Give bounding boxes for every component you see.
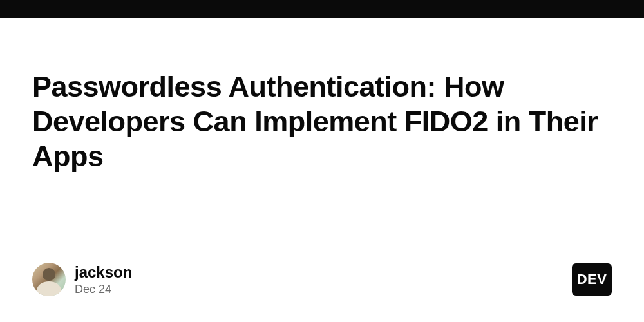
dev-logo-text: DEV	[577, 271, 607, 288]
author-name: jackson	[75, 263, 132, 281]
footer: jackson Dec 24 DEV	[32, 263, 612, 296]
avatar	[32, 263, 66, 296]
author-block[interactable]: jackson Dec 24	[32, 263, 132, 296]
post-title: Passwordless Authentication: How Develop…	[32, 70, 612, 174]
post-date: Dec 24	[75, 283, 132, 296]
top-bar	[0, 0, 644, 18]
content-area: Passwordless Authentication: How Develop…	[0, 18, 644, 174]
author-info: jackson Dec 24	[75, 263, 132, 296]
dev-logo[interactable]: DEV	[572, 263, 612, 296]
